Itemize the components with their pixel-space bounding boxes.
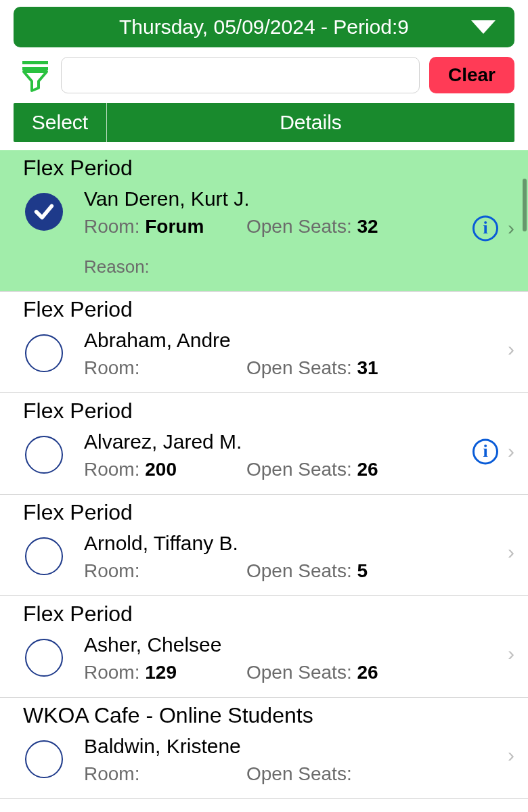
column-details: Details <box>107 103 514 142</box>
radio-selected[interactable] <box>25 193 63 231</box>
open-seats-value: 26 <box>357 662 378 683</box>
meta-row: Room: Open Seats: 31 <box>84 357 505 379</box>
meta-row: Room: ForumOpen Seats: 32 <box>84 216 505 238</box>
radio-unselected[interactable] <box>25 740 63 778</box>
period-title: WKOA Cafe - Online Students <box>23 703 505 728</box>
select-column <box>23 735 65 778</box>
chevron-right-icon[interactable]: › <box>508 642 514 665</box>
radio-unselected[interactable] <box>25 537 63 575</box>
detail-column: Baldwin, KristeneRoom: Open Seats: <box>84 735 505 785</box>
open-seats-label: Open Seats: <box>246 560 352 581</box>
chevron-right-icon[interactable]: › <box>508 440 514 463</box>
column-select: Select <box>14 103 107 142</box>
svg-rect-0 <box>22 61 48 64</box>
room-label: Room: <box>84 763 139 784</box>
side-column: › <box>508 642 514 665</box>
open-seats-label: Open Seats: <box>246 459 352 480</box>
open-seats-value: 31 <box>357 357 378 378</box>
item-body: Van Deren, Kurt J.Room: ForumOpen Seats:… <box>23 187 505 277</box>
open-seats-label: Open Seats: <box>246 763 352 784</box>
svg-rect-1 <box>22 67 48 70</box>
teacher-name: Van Deren, Kurt J. <box>84 187 505 210</box>
list-item[interactable]: Flex PeriodAlvarez, Jared M.Room: 200Ope… <box>0 393 528 495</box>
open-seats-value: 26 <box>357 459 378 480</box>
period-title: Flex Period <box>23 297 505 322</box>
select-column <box>23 430 65 474</box>
period-title: Flex Period <box>23 500 505 525</box>
search-input[interactable] <box>61 57 420 93</box>
list-container: Flex PeriodVan Deren, Kurt J.Room: Forum… <box>0 150 528 812</box>
select-column <box>23 532 65 575</box>
chevron-right-icon[interactable]: › <box>508 338 514 361</box>
dropdown-caret-icon <box>471 20 496 34</box>
open-seats-label: Open Seats: <box>246 662 352 683</box>
clear-button[interactable]: Clear <box>429 57 514 93</box>
radio-unselected[interactable] <box>25 639 63 677</box>
room-value: 129 <box>145 662 177 683</box>
radio-unselected[interactable] <box>25 334 63 372</box>
teacher-name: Arnold, Tiffany B. <box>84 532 505 555</box>
select-column <box>23 329 65 372</box>
filter-icon[interactable] <box>19 58 51 93</box>
room-label: Room: <box>84 357 139 378</box>
open-seats-label: Open Seats: <box>246 357 352 378</box>
meta-row: Room: 129Open Seats: 26 <box>84 662 505 683</box>
teacher-name: Asher, Chelsee <box>84 633 505 656</box>
info-icon[interactable]: i <box>472 215 498 241</box>
meta-row: Room: 200Open Seats: 26 <box>84 459 505 480</box>
date-period-selector[interactable]: Thursday, 05/09/2024 - Period:9 <box>14 7 514 47</box>
detail-column: Abraham, AndreRoom: Open Seats: 31 <box>84 329 505 379</box>
detail-column: Alvarez, Jared M.Room: 200Open Seats: 26 <box>84 430 505 480</box>
item-body: Baldwin, KristeneRoom: Open Seats: <box>23 735 505 785</box>
teacher-name: Alvarez, Jared M. <box>84 430 505 453</box>
side-column: › <box>508 541 514 564</box>
scrollbar-thumb[interactable] <box>523 179 527 231</box>
filter-row: Clear <box>0 57 528 103</box>
side-column: › <box>508 744 514 767</box>
chevron-right-icon[interactable]: › <box>508 541 514 564</box>
list-header: Select Details <box>14 103 514 142</box>
date-period-text: Thursday, 05/09/2024 - Period:9 <box>119 16 409 39</box>
select-column <box>23 187 65 231</box>
room-value: Forum <box>145 216 204 237</box>
period-title: Flex Period <box>23 156 505 181</box>
detail-column: Van Deren, Kurt J.Room: ForumOpen Seats:… <box>84 187 505 277</box>
chevron-right-icon[interactable]: › <box>508 744 514 767</box>
chevron-right-icon[interactable]: › <box>508 217 514 240</box>
room-value: 200 <box>145 459 177 480</box>
item-body: Arnold, Tiffany B.Room: Open Seats: 5 <box>23 532 505 582</box>
side-column: › <box>508 338 514 361</box>
list-item[interactable]: WKOA Cafe - Online StudentsBaldwin, Kris… <box>0 698 528 799</box>
item-body: Asher, ChelseeRoom: 129Open Seats: 26 <box>23 633 505 683</box>
list-item[interactable]: Flex PeriodArnold, Tiffany B.Room: Open … <box>0 495 528 596</box>
list-item[interactable]: Flex PeriodVan Deren, Kurt J.Room: Forum… <box>0 150 528 292</box>
open-seats-value: 5 <box>357 560 368 581</box>
room-label: Room: <box>84 216 139 237</box>
reason-label: Reason: <box>84 256 150 277</box>
list-item[interactable]: Flex PeriodAbraham, AndreRoom: Open Seat… <box>0 292 528 393</box>
open-seats-value: 32 <box>357 216 378 237</box>
room-label: Room: <box>84 459 139 480</box>
select-column <box>23 633 65 677</box>
reason-row: Reason: <box>84 256 505 277</box>
room-label: Room: <box>84 560 139 581</box>
open-seats-label: Open Seats: <box>246 216 352 237</box>
period-title: Flex Period <box>23 602 505 627</box>
list-item[interactable]: Flex PeriodAsher, ChelseeRoom: 129Open S… <box>0 596 528 698</box>
teacher-name: Abraham, Andre <box>84 329 505 352</box>
detail-column: Asher, ChelseeRoom: 129Open Seats: 26 <box>84 633 505 683</box>
radio-unselected[interactable] <box>25 436 63 474</box>
side-column: i› <box>472 215 514 241</box>
item-body: Abraham, AndreRoom: Open Seats: 31 <box>23 329 505 379</box>
side-column: i› <box>472 438 514 464</box>
item-body: Alvarez, Jared M.Room: 200Open Seats: 26 <box>23 430 505 480</box>
meta-row: Room: Open Seats: <box>84 763 505 785</box>
period-title: Flex Period <box>23 399 505 424</box>
info-icon[interactable]: i <box>472 438 498 464</box>
detail-column: Arnold, Tiffany B.Room: Open Seats: 5 <box>84 532 505 582</box>
teacher-name: Baldwin, Kristene <box>84 735 505 758</box>
room-label: Room: <box>84 662 139 683</box>
meta-row: Room: Open Seats: 5 <box>84 560 505 582</box>
